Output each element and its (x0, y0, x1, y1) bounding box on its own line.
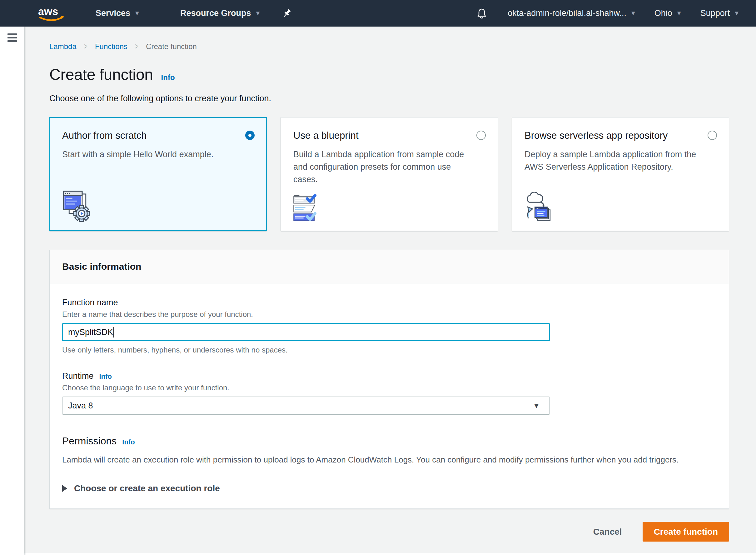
chevron-down-icon: ▼ (733, 10, 740, 17)
breadcrumb-lambda[interactable]: Lambda (49, 42, 77, 51)
chevron-down-icon: ▼ (676, 10, 682, 17)
runtime-block: Runtime Info Choose the language to use … (62, 371, 716, 415)
chevron-down-icon: ▼ (630, 10, 636, 17)
nav-support-label: Support (700, 8, 730, 18)
panel-header: Basic information (50, 250, 729, 284)
creation-option-cards: Author from scratch Start with a simple … (49, 117, 729, 231)
radio-use-a-blueprint[interactable] (477, 131, 486, 140)
card-use-a-blueprint[interactable]: Use a blueprint Build a Lambda applicati… (280, 117, 498, 231)
function-name-constraint: Use only letters, numbers, hyphens, or u… (62, 346, 716, 354)
breadcrumb-separator-icon: > (135, 42, 138, 51)
card-author-from-scratch[interactable]: Author from scratch Start with a simple … (49, 117, 267, 231)
main-content: Lambda > Functions > Create function Cre… (25, 27, 756, 553)
panel-body: Function name Enter a name that describe… (50, 284, 729, 508)
serverless-app-repository-icon (525, 192, 556, 223)
card-description: Deploy a sample Lambda application from … (525, 148, 700, 173)
nav-support-menu[interactable]: Support ▼ (700, 8, 740, 18)
nav-services-label: Services (96, 8, 130, 18)
hamburger-menu-icon[interactable] (7, 34, 17, 42)
footer-actions: Cancel Create function (49, 522, 729, 542)
nav-right-group: okta-admin-role/bilal.al-shahw... ▼ Ohio… (477, 8, 740, 19)
author-from-scratch-icon (62, 190, 92, 223)
chevron-down-icon: ▼ (134, 10, 140, 17)
chevron-down-icon: ▼ (255, 10, 261, 17)
text-cursor (114, 327, 114, 338)
page-title: Create function (49, 66, 153, 84)
card-description: Start with a simple Hello World example. (62, 148, 237, 161)
permissions-description: Lambda will create an execution role wit… (62, 455, 716, 465)
top-navigation-bar: aws Services ▼ Resource Groups ▼ (0, 0, 756, 27)
left-rail (0, 27, 25, 555)
expander-arrow-icon (62, 485, 67, 492)
pin-icon[interactable] (281, 8, 292, 19)
notifications-bell-icon[interactable] (477, 8, 487, 19)
title-bar: Create function Info (49, 66, 729, 84)
card-title: Browse serverless app repository (525, 130, 668, 141)
permissions-info-link[interactable]: Info (122, 438, 135, 446)
function-name-help: Enter a name that describes the purpose … (62, 310, 716, 319)
breadcrumb-separator-icon: > (84, 42, 87, 51)
nav-resource-groups[interactable]: Resource Groups ▼ (180, 8, 261, 18)
nav-region-label: Ohio (655, 8, 672, 18)
nav-account-menu[interactable]: okta-admin-role/bilal.al-shahw... ▼ (508, 8, 636, 18)
create-function-page: aws Services ▼ Resource Groups ▼ (0, 0, 756, 555)
title-info-link[interactable]: Info (161, 73, 175, 82)
runtime-label: Runtime (62, 371, 94, 381)
cancel-button[interactable]: Cancel (593, 527, 622, 537)
expander-label: Choose or create an execution role (74, 483, 220, 494)
card-title: Author from scratch (62, 130, 146, 141)
card-description: Build a Lambda application from sample c… (293, 148, 468, 186)
aws-logo-icon[interactable]: aws (37, 4, 67, 23)
nav-region-menu[interactable]: Ohio ▼ (655, 8, 682, 18)
permissions-block: Permissions Info Lambda will create an e… (62, 435, 716, 465)
radio-browse-serverless-app-repository[interactable] (708, 131, 717, 140)
breadcrumb-current: Create function (146, 42, 197, 51)
nav-account-label: okta-admin-role/bilal.al-shahw... (508, 8, 626, 18)
card-browse-serverless-app-repository[interactable]: Browse serverless app repository Deploy … (512, 117, 729, 231)
runtime-select[interactable]: Java 8 ▼ (62, 396, 550, 415)
svg-text:aws: aws (38, 5, 58, 17)
select-caret-icon: ▼ (533, 401, 540, 410)
radio-author-from-scratch[interactable] (245, 131, 255, 140)
runtime-help: Choose the language to use to write your… (62, 383, 716, 392)
basic-information-panel: Basic information Function name Enter a … (49, 250, 729, 509)
execution-role-expander[interactable]: Choose or create an execution role (62, 483, 716, 494)
runtime-info-link[interactable]: Info (99, 373, 112, 381)
runtime-selected-value: Java 8 (68, 401, 93, 411)
page-subtitle: Choose one of the following options to c… (49, 94, 729, 103)
panel-title: Basic information (62, 261, 716, 272)
function-name-value: mySplitSDK (68, 328, 113, 337)
card-title: Use a blueprint (293, 130, 359, 141)
function-name-input[interactable]: mySplitSDK (62, 323, 550, 341)
nav-services[interactable]: Services ▼ (96, 8, 140, 18)
function-name-label: Function name (62, 298, 716, 307)
create-function-button[interactable]: Create function (642, 522, 729, 542)
nav-resource-groups-label: Resource Groups (180, 8, 251, 18)
breadcrumb-functions[interactable]: Functions (95, 42, 128, 51)
breadcrumb: Lambda > Functions > Create function (49, 42, 729, 51)
blueprint-icon (293, 195, 322, 223)
permissions-label: Permissions (62, 435, 117, 447)
